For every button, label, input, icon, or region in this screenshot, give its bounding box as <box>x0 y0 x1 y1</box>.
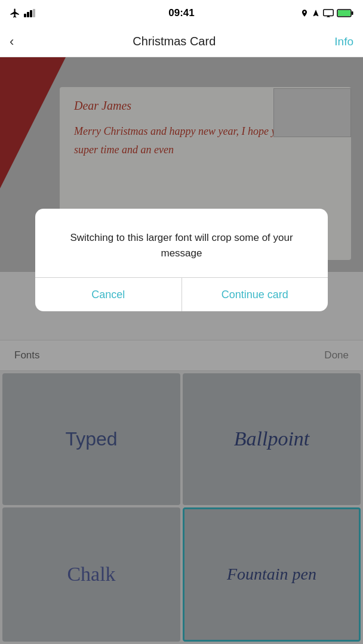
svg-rect-6 <box>338 10 350 16</box>
modal-overlay <box>0 57 363 644</box>
status-time: 09:41 <box>168 7 194 19</box>
crop-warning-dialog: Switching to this larger font will crop … <box>35 209 328 311</box>
status-right <box>300 9 353 17</box>
signal-icon <box>24 9 36 17</box>
status-left <box>10 8 36 18</box>
location-icon <box>300 9 309 17</box>
dialog-message: Switching to this larger font will crop … <box>35 209 328 277</box>
cancel-button[interactable]: Cancel <box>35 278 182 311</box>
dialog-buttons: Cancel Continue card <box>35 278 328 311</box>
svg-rect-0 <box>24 14 26 17</box>
continue-card-button[interactable]: Continue card <box>182 278 328 311</box>
svg-rect-7 <box>352 11 353 15</box>
nav-bar: ‹ Christmas Card Info <box>0 26 363 57</box>
airplay-icon <box>323 9 334 17</box>
svg-rect-4 <box>324 10 334 16</box>
svg-rect-2 <box>30 10 32 17</box>
svg-rect-1 <box>27 12 29 17</box>
back-button[interactable]: ‹ <box>10 34 14 49</box>
info-button[interactable]: Info <box>334 35 353 48</box>
status-bar: 09:41 <box>0 0 363 26</box>
battery-icon <box>337 9 353 17</box>
svg-rect-3 <box>33 9 35 17</box>
airplane-icon <box>10 8 20 18</box>
page-title: Christmas Card <box>133 35 216 48</box>
navigation-icon <box>312 9 320 17</box>
